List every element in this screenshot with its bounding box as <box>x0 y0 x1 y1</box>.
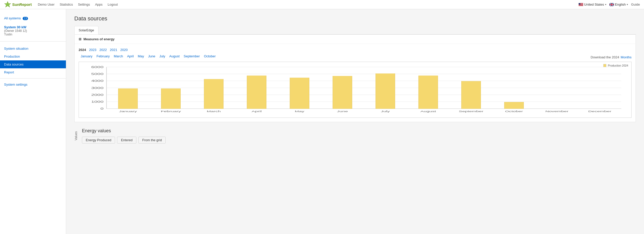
svg-rect-45 <box>376 74 395 109</box>
language-selector[interactable]: English ▾ <box>609 3 628 6</box>
country-label: United States <box>584 3 604 6</box>
nav-links: Demo User Statistics Settings Apps Logou… <box>38 3 579 6</box>
svg-text:3000: 3000 <box>91 86 103 89</box>
energy-values-vertical-label: Values <box>74 131 78 140</box>
svg-rect-33 <box>118 88 138 109</box>
language-chevron-icon: ▾ <box>627 3 628 6</box>
svg-text:4000: 4000 <box>91 79 103 83</box>
legend-box-icon <box>603 64 606 67</box>
month-tab-february[interactable]: February <box>94 54 112 59</box>
energy-title: Energy values <box>82 128 636 134</box>
tab-solaredge[interactable]: SolarEdge <box>74 26 98 34</box>
svg-rect-47 <box>419 76 438 109</box>
sidebar-item-report[interactable]: Report <box>0 68 66 76</box>
svg-text:May: May <box>295 110 305 113</box>
bar-chart: Production 2024 010002000300040005000600… <box>79 62 632 118</box>
chart-svg: 0100020003000400050006000JanuaryFebruary… <box>79 62 631 118</box>
nav-settings[interactable]: Settings <box>78 3 90 6</box>
svg-text:5000: 5000 <box>91 72 103 76</box>
card-header-label: Measures of energy <box>83 37 115 41</box>
energy-content: Energy values Energy Produced Entered Fr… <box>82 128 636 144</box>
svg-text:June: June <box>337 110 348 113</box>
svg-text:0: 0 <box>101 107 104 110</box>
sidebar-all-systems-link[interactable]: All systems 13 <box>4 15 62 21</box>
sun-logo-icon <box>4 1 11 8</box>
svg-text:1000: 1000 <box>91 100 103 103</box>
page-title: Data sources <box>74 15 636 22</box>
sidebar-item-production[interactable]: Production <box>0 53 66 60</box>
download-label: Download the 2024 <box>591 55 619 59</box>
download-months-link[interactable]: Months <box>621 55 632 59</box>
logo[interactable]: SunReport <box>4 1 32 8</box>
svg-rect-49 <box>462 81 481 109</box>
svg-text:March: March <box>207 110 221 113</box>
nav-statistics[interactable]: Statistics <box>60 3 73 6</box>
right-section: United States ▾ English ▾ Guide <box>579 3 640 6</box>
nav-apps[interactable]: Apps <box>95 3 103 6</box>
year-tab-2024[interactable]: 2024 <box>79 48 86 52</box>
month-tabs: January February March April May June Ju… <box>79 54 218 59</box>
svg-text:September: September <box>459 110 483 113</box>
energy-produced-button[interactable]: Energy Produced <box>82 137 115 144</box>
logo-text: SunReport <box>12 2 32 7</box>
year-tab-2020[interactable]: 2020 <box>120 48 128 52</box>
main-content: Data sources SolarEdge ⊞ Measures of ene… <box>66 9 644 234</box>
nav-logout[interactable]: Logout <box>108 3 118 6</box>
sidebar-system-info: System 30 kW (Owner 1548 12) Tustin <box>0 23 66 38</box>
system-sub1: (Owner 1548 12) <box>4 29 62 33</box>
all-systems-badge: 13 <box>23 17 28 20</box>
sidebar-item-system-settings[interactable]: System settings <box>0 81 66 88</box>
svg-marker-0 <box>4 1 11 7</box>
month-tab-july[interactable]: July <box>157 54 167 59</box>
card-body: 2024 2023 2022 2021 2020 January Februar… <box>75 44 636 122</box>
svg-rect-5 <box>579 5 583 5</box>
guide-link[interactable]: Guide <box>631 3 640 6</box>
svg-text:April: April <box>252 110 262 113</box>
svg-rect-37 <box>204 79 223 109</box>
year-tab-2021[interactable]: 2021 <box>110 48 117 52</box>
country-chevron-icon: ▾ <box>605 3 606 6</box>
svg-rect-51 <box>504 102 524 109</box>
measures-card: ⊞ Measures of energy 2024 2023 2022 2021… <box>74 34 636 122</box>
sidebar-item-system-situation[interactable]: System situation <box>0 45 66 53</box>
sidebar-item-data-sources[interactable]: Data sources <box>0 60 66 68</box>
sidebar-divider-2 <box>0 78 66 79</box>
svg-text:2000: 2000 <box>91 93 103 97</box>
chart-legend: Production 2024 <box>603 64 628 67</box>
grid-icon: ⊞ <box>79 37 81 41</box>
energy-section: Values Energy values Energy Produced Ent… <box>74 128 636 144</box>
svg-rect-7 <box>579 5 583 6</box>
month-tab-april[interactable]: April <box>125 54 136 59</box>
year-tab-2023[interactable]: 2023 <box>89 48 96 52</box>
month-tab-may[interactable]: May <box>136 54 146 59</box>
year-tab-2022[interactable]: 2022 <box>99 48 107 52</box>
month-tab-september[interactable]: September <box>182 54 202 59</box>
country-selector[interactable]: United States ▾ <box>579 3 606 6</box>
system-name: System 30 kW <box>4 25 62 29</box>
system-sub2: Tustin <box>4 33 62 36</box>
sidebar: All systems 13 System 30 kW (Owner 1548 … <box>0 9 66 234</box>
svg-rect-8 <box>579 6 583 6</box>
svg-text:February: February <box>161 110 181 113</box>
svg-rect-9 <box>579 3 580 5</box>
svg-rect-41 <box>290 78 309 109</box>
legend-label: Production 2024 <box>608 64 628 67</box>
year-tabs: 2024 2023 2022 2021 2020 <box>79 48 632 52</box>
layout: All systems 13 System 30 kW (Owner 1548 … <box>0 9 644 234</box>
svg-text:August: August <box>420 110 436 113</box>
month-tab-june[interactable]: June <box>146 54 157 59</box>
uk-flag-icon <box>609 3 614 6</box>
month-tab-october[interactable]: October <box>202 54 218 59</box>
entered-button[interactable]: Entered <box>117 137 136 144</box>
svg-rect-43 <box>333 76 352 109</box>
month-tab-january[interactable]: January <box>79 54 94 59</box>
svg-text:December: December <box>588 110 611 113</box>
svg-text:November: November <box>545 110 568 113</box>
from-grid-button[interactable]: From the grid <box>138 137 166 144</box>
tab-bar: SolarEdge <box>74 26 636 34</box>
month-tab-march[interactable]: March <box>112 54 125 59</box>
nav-demo-user[interactable]: Demo User <box>38 3 55 6</box>
svg-rect-39 <box>247 76 266 109</box>
month-tab-august[interactable]: August <box>167 54 181 59</box>
all-systems-label: All systems <box>4 16 21 20</box>
